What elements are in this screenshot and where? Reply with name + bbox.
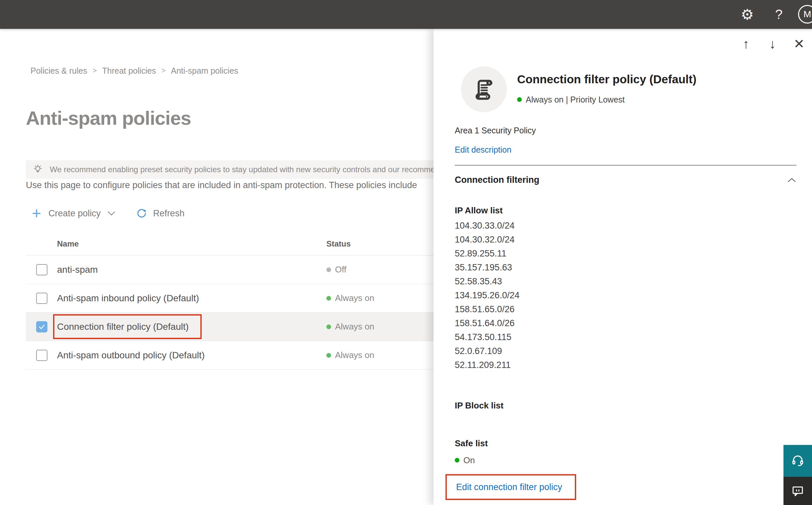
toolbar: + Create policy Refresh	[32, 205, 184, 222]
ip-entry: 52.11.209.211	[455, 358, 520, 372]
annotation-red-box: Edit connection filter policy	[445, 474, 576, 500]
status-dot-off	[327, 268, 331, 272]
policy-name[interactable]: Anti-spam outbound policy (Default)	[26, 350, 327, 361]
table-header: Name Status	[26, 232, 444, 256]
policy-status: Off	[327, 265, 444, 275]
ip-block-list-title: IP Block list	[455, 400, 503, 411]
policy-name[interactable]: Connection filter policy (Default)	[26, 322, 327, 332]
ip-entry: 54.173.50.115	[455, 330, 520, 344]
policy-status: Always on	[327, 350, 444, 360]
ip-entry: 158.51.64.0/26	[455, 316, 520, 330]
ip-allow-list: 104.30.33.0/24 104.30.32.0/24 52.89.255.…	[455, 219, 520, 372]
screen: ⚙ ? M Policies & rules > Threat policies…	[0, 0, 812, 505]
status-dot-on	[517, 97, 522, 102]
plus-icon: +	[32, 207, 41, 220]
safe-list-title: Safe list	[455, 438, 488, 449]
policy-name[interactable]: Anti-spam inbound policy (Default)	[26, 293, 327, 304]
row-checkbox[interactable]	[36, 264, 47, 276]
breadcrumb-anti-spam-policies[interactable]: Anti-spam policies	[171, 66, 238, 76]
close-icon[interactable]: ✕	[791, 36, 807, 51]
recommendation-banner: We recommend enabling preset security po…	[26, 160, 444, 179]
page-description: Use this page to configure policies that…	[26, 180, 444, 190]
headset-icon	[790, 454, 805, 468]
ip-entry: 52.58.35.43	[455, 275, 520, 288]
ip-entry: 104.30.32.0/24	[455, 232, 520, 246]
account-avatar[interactable]: M	[798, 5, 812, 24]
breadcrumb-separator-icon: >	[87, 66, 102, 75]
ip-entry: 104.30.33.0/24	[455, 219, 520, 232]
ip-entry: 52.89.255.11	[455, 246, 520, 261]
table-row-anti-spam[interactable]: anti-spam Off	[26, 256, 444, 284]
column-header-name[interactable]: Name	[26, 239, 327, 248]
edit-connection-filter-policy-link[interactable]: Edit connection filter policy	[447, 482, 562, 492]
flyout-title: Connection filter policy (Default)	[517, 73, 789, 86]
help-icon[interactable]: ?	[770, 0, 788, 29]
support-button[interactable]	[784, 445, 812, 477]
policy-details-flyout: ↑ ↓ ✕ Connection filter policy (Default)	[433, 29, 812, 505]
divider	[455, 165, 796, 166]
create-policy-button[interactable]: + Create policy	[32, 207, 116, 220]
breadcrumb-threat-policies[interactable]: Threat policies	[102, 66, 156, 76]
refresh-button[interactable]: Refresh	[136, 208, 185, 219]
edit-description-link[interactable]: Edit description	[455, 145, 512, 155]
table-row-outbound-policy[interactable]: Anti-spam outbound policy (Default) Alwa…	[26, 341, 444, 370]
breadcrumb-policies-rules[interactable]: Policies & rules	[30, 66, 87, 76]
table-row-connection-filter-policy[interactable]: Connection filter policy (Default) Alway…	[26, 313, 444, 341]
policy-icon-circle	[461, 66, 507, 112]
breadcrumb: Policies & rules > Threat policies > Ant…	[30, 65, 238, 76]
refresh-label: Refresh	[153, 208, 185, 219]
previous-item-icon[interactable]: ↑	[738, 36, 754, 51]
policy-status: Always on	[327, 322, 444, 332]
feedback-button[interactable]	[784, 477, 812, 505]
column-header-status[interactable]: Status	[327, 239, 444, 248]
page-title: Anti-spam policies	[26, 107, 191, 129]
breadcrumb-separator-icon: >	[156, 66, 171, 75]
topbar: ⚙ ? M	[0, 0, 812, 29]
row-checkbox[interactable]	[36, 293, 47, 304]
banner-text: We recommend enabling preset security po…	[50, 165, 435, 174]
policy-status: Always on	[327, 293, 444, 303]
row-checkbox[interactable]	[36, 350, 47, 361]
status-dot-on	[327, 296, 331, 301]
section-title: Connection filtering	[455, 175, 539, 185]
feedback-icon	[791, 484, 805, 498]
policy-description: Area 1 Security Policy	[455, 126, 536, 135]
scroll-policy-icon	[471, 76, 496, 102]
row-checkbox-checked[interactable]	[36, 321, 47, 332]
ip-allow-list-title: IP Allow list	[455, 205, 502, 216]
settings-icon[interactable]: ⚙	[737, 0, 758, 29]
chevron-up-icon[interactable]	[787, 177, 796, 183]
chevron-down-icon	[108, 211, 116, 216]
status-dot-on	[327, 353, 331, 358]
ip-entry: 134.195.26.0/24	[455, 288, 520, 302]
status-dot-on	[327, 325, 331, 329]
create-policy-label: Create policy	[48, 208, 101, 219]
connection-filtering-section-header[interactable]: Connection filtering	[455, 175, 796, 185]
table-row-inbound-policy[interactable]: Anti-spam inbound policy (Default) Alway…	[26, 284, 444, 313]
flyout-actions: ↑ ↓ ✕	[727, 36, 807, 51]
lightbulb-icon	[32, 164, 44, 176]
safe-list-status: On	[455, 455, 475, 466]
flyout-status: Always on | Priority Lowest	[517, 95, 625, 105]
ip-entry: 158.51.65.0/26	[455, 302, 520, 316]
policy-table: Name Status anti-spam Off Anti-spam inbo…	[26, 232, 444, 370]
refresh-icon	[136, 208, 147, 219]
ip-entry: 35.157.195.63	[455, 261, 520, 275]
policy-name[interactable]: anti-spam	[26, 265, 327, 275]
status-dot-on	[455, 458, 459, 463]
ip-entry: 52.0.67.109	[455, 344, 520, 358]
next-item-icon[interactable]: ↓	[765, 36, 780, 51]
